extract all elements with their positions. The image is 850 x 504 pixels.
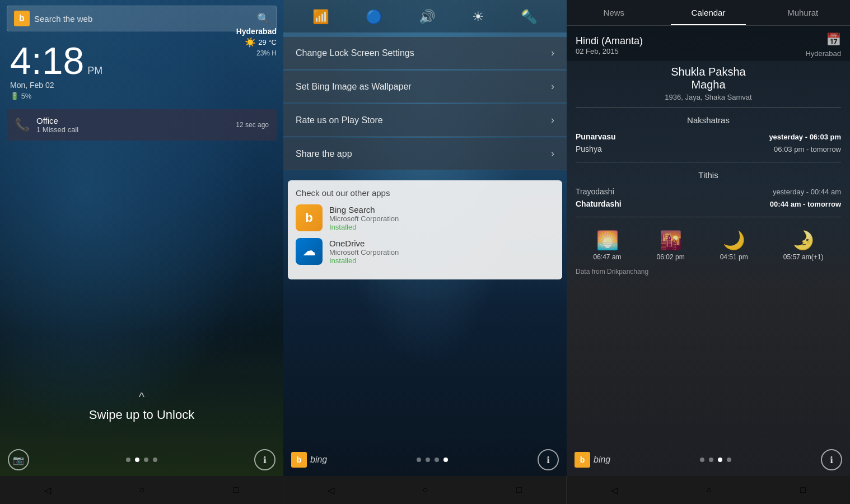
screen3-info-button[interactable]: ℹ (821, 449, 842, 470)
brightness-icon[interactable]: ☀ (472, 9, 484, 25)
moonrise-icon: 🌙 (723, 230, 745, 251)
menu-item-rate[interactable]: Rate us on Play Store › (283, 104, 567, 137)
s3-dot-4 (727, 458, 731, 462)
search-input-placeholder[interactable]: Search the web (34, 14, 257, 24)
menu-item-lock-settings-label: Change Lock Screen Settings (296, 48, 414, 58)
moonrise-time: 04:51 pm (720, 253, 748, 261)
bing-logo: b (14, 11, 30, 26)
nakshatra-2-time: 06:03 pm - tomorrow (774, 145, 841, 153)
tithi-grid: Trayodashi yesterday - 00:44 am Chaturda… (567, 183, 850, 212)
calendar-icon: 📅 (826, 32, 841, 47)
weather-section: Hyderabad ☀️ 29 °C 23% H (236, 27, 277, 58)
nakshatra-2-name: Pushya (576, 144, 602, 153)
moonset-icon: 🌛 (792, 230, 815, 251)
bing-footer-logo: b bing (291, 452, 327, 468)
flashlight-icon[interactable]: 🔦 (521, 9, 538, 25)
onedrive-app-status: Installed (329, 256, 554, 265)
bing-label: bing (310, 455, 327, 465)
back-button-s3[interactable]: ◁ (611, 485, 618, 496)
calendar-type: Hindi (Amanta) (576, 35, 643, 47)
nakshatra-row-2: Pushya 06:03 pm - tomorrow (576, 143, 841, 155)
bing-app-company: Microsoft Corporation (329, 214, 554, 223)
home-button-s1[interactable]: ○ (139, 485, 145, 495)
astro-row: 🌅 06:47 am 🌇 06:02 pm 🌙 04:51 pm 🌛 05:57… (567, 222, 850, 265)
nakshatra-grid: Punarvasu yesterday - 06:03 pm Pushya 06… (567, 128, 850, 157)
tithi-row-2: Chaturdashi 00:44 am - tomorrow (576, 198, 841, 210)
s3-dot-1 (700, 458, 704, 462)
notif-time: 12 sec ago (236, 121, 269, 129)
home-button-s3[interactable]: ○ (706, 485, 712, 495)
notification-card[interactable]: 📞 Office 1 Missed call 12 sec ago (7, 109, 277, 141)
s2-dot-4-active (443, 458, 448, 462)
sunrise-time: 06:47 am (594, 253, 622, 261)
lock-screen: b Search the web 🔍 Hyderabad ☀️ 29 °C 23… (0, 0, 283, 476)
calendar-screen: News Calendar Muhurat Hindi (Amanta) 02 … (567, 0, 850, 476)
recent-button-s3[interactable]: □ (800, 485, 806, 495)
bing-app-icon: b (296, 204, 323, 231)
screen3-bing-label: bing (594, 455, 610, 465)
moonrise-item: 🌙 04:51 pm (720, 230, 748, 261)
divider-1 (576, 107, 841, 108)
quick-toggles: 📶 🔵 🔊 ☀ 🔦 (283, 0, 567, 32)
menu-item-share[interactable]: Share the app › (283, 138, 567, 170)
info-icon-2: ℹ (547, 455, 550, 465)
home-button-s2[interactable]: ○ (423, 485, 428, 495)
date-display: Mon, Feb 02 (10, 81, 273, 90)
camera-icon: 📷 (13, 455, 24, 465)
sunset-item: 🌇 06:02 pm (657, 230, 685, 261)
screen2-info-button[interactable]: ℹ (538, 449, 559, 470)
onedrive-app-name: OneDrive (329, 239, 554, 248)
sun-icon: ☀️ (245, 37, 256, 48)
tithi-row-1: Trayodashi yesterday - 00:44 am (576, 185, 841, 198)
s2-dot-3 (435, 458, 439, 462)
location: Hyderabad (805, 49, 841, 58)
calendar-info: Hindi (Amanta) 02 Feb, 2015 📅 Hyderabad (567, 26, 850, 61)
nakshatras-title: Nakshatras (567, 115, 850, 125)
s2-dot-1 (417, 458, 421, 462)
nav-bar-screen2: ◁ ○ □ (283, 476, 567, 504)
tabs-row: News Calendar Muhurat (567, 0, 850, 26)
tithi-1-time: yesterday - 00:44 am (773, 188, 841, 196)
unlock-area[interactable]: ^ Swipe up to Unlock (0, 145, 283, 445)
chevron-right-icon: › (551, 47, 554, 59)
battery-indicator: 🔋 5% (10, 92, 273, 100)
battery-icon: 🔋 (10, 92, 19, 100)
screen1-footer: 📷 ℹ (0, 445, 283, 476)
screen2-footer: b bing ℹ (283, 445, 567, 476)
notif-title: Office (36, 116, 229, 125)
phone-icon: 📞 (15, 118, 30, 132)
tab-calendar[interactable]: Calendar (661, 0, 756, 25)
nakshatra-1-time: yesterday - 06:03 pm (769, 133, 841, 141)
tithi-2-name: Chaturdashi (576, 199, 622, 208)
info-button[interactable]: ℹ (254, 449, 275, 470)
sunrise-item: 🌅 06:47 am (594, 230, 622, 261)
menu-item-wallpaper[interactable]: Set Bing Image as Wallpaper › (283, 71, 567, 103)
recent-button-s2[interactable]: □ (516, 485, 522, 495)
other-apps-title: Check out our other apps (296, 188, 554, 198)
nakshatra-1-name: Punarvasu (576, 132, 616, 141)
recent-button-s1[interactable]: □ (233, 485, 239, 495)
dot-3 (144, 458, 148, 462)
search-icon: 🔍 (257, 12, 269, 25)
temperature: 29 °C (258, 38, 277, 46)
back-button-s2[interactable]: ◁ (328, 485, 334, 496)
bing-search-app-item[interactable]: b Bing Search Microsoft Corporation Inst… (296, 204, 554, 231)
onedrive-app-item[interactable]: ☁ OneDrive Microsoft Corporation Install… (296, 238, 554, 265)
moonset-time: 05:57 am(+1) (783, 253, 824, 261)
menu-item-share-label: Share the app (296, 149, 352, 159)
back-button-s1[interactable]: ◁ (44, 485, 51, 496)
divider-2 (576, 162, 841, 162)
screen2-page-dots (417, 458, 448, 462)
camera-button[interactable]: 📷 (8, 449, 29, 470)
info-icon: ℹ (263, 455, 267, 465)
wifi-icon[interactable]: 📶 (312, 9, 329, 25)
cal-main-title: Shukla Paksha Magha 1936, Jaya, Shaka Sa… (567, 61, 850, 102)
volume-icon[interactable]: 🔊 (419, 9, 436, 25)
menu-item-lock-settings[interactable]: Change Lock Screen Settings › (283, 37, 567, 69)
unlock-text: Swipe up to Unlock (89, 408, 194, 422)
tab-muhurat[interactable]: Muhurat (755, 0, 850, 25)
tab-news[interactable]: News (567, 0, 661, 25)
bluetooth-icon[interactable]: 🔵 (366, 9, 382, 25)
onedrive-app-icon: ☁ (296, 238, 323, 265)
chevron-right-icon-2: › (551, 81, 554, 92)
